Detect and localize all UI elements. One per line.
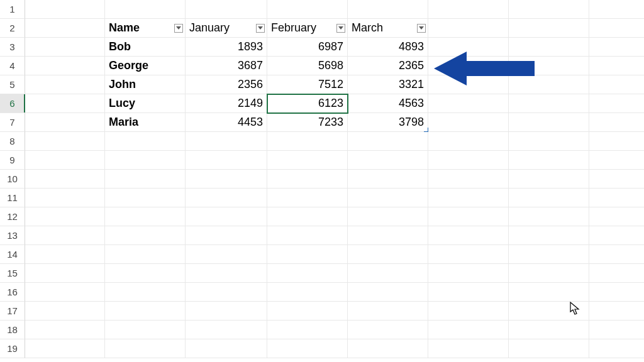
row-header[interactable]: 4 [0,57,25,75]
name-cell[interactable]: John [105,75,186,94]
data-cell[interactable]: 4563 [348,94,428,113]
cell[interactable] [348,189,428,207]
row-header[interactable]: 6 [0,94,25,113]
cell[interactable] [348,226,428,245]
cell[interactable] [105,245,186,264]
cell[interactable] [186,151,267,170]
cell[interactable] [428,94,509,113]
cell[interactable] [509,113,589,132]
cell[interactable] [186,339,267,358]
cell[interactable] [509,151,589,170]
cell[interactable] [589,38,644,57]
row-header[interactable]: 1 [0,0,25,19]
cell[interactable] [428,321,509,339]
cell[interactable] [509,170,589,189]
cell[interactable] [25,321,105,339]
name-cell[interactable]: Bob [105,38,186,57]
cell[interactable] [348,170,428,189]
cell[interactable] [509,339,589,358]
cell[interactable] [25,151,105,170]
data-cell[interactable]: 3798 [348,113,428,132]
row-header[interactable]: 7 [0,113,25,132]
cell[interactable] [105,283,186,302]
cell[interactable] [428,19,509,38]
filter-button[interactable] [336,24,345,33]
data-cell[interactable]: 2149 [186,94,267,113]
cell[interactable] [509,321,589,339]
cell[interactable] [348,264,428,283]
cell[interactable] [267,151,348,170]
cell[interactable] [267,339,348,358]
row-header[interactable]: 19 [0,339,25,358]
cell[interactable] [589,264,644,283]
cell[interactable] [105,189,186,207]
cell[interactable] [509,19,589,38]
data-cell[interactable]: 2356 [186,75,267,94]
cell[interactable] [589,226,644,245]
cell[interactable] [267,283,348,302]
data-cell[interactable]: 5698 [267,57,348,75]
cell[interactable] [589,94,644,113]
cell[interactable] [186,245,267,264]
data-cell[interactable]: 4893 [348,38,428,57]
row-header[interactable]: 5 [0,75,25,94]
row-header[interactable]: 13 [0,226,25,245]
cell[interactable] [509,245,589,264]
data-cell[interactable]: 7512 [267,75,348,94]
name-cell[interactable]: Lucy [105,94,186,113]
cell[interactable] [589,132,644,151]
cell[interactable] [186,226,267,245]
cell[interactable] [589,170,644,189]
filter-button[interactable] [174,24,183,33]
cell[interactable] [509,94,589,113]
cell[interactable] [25,283,105,302]
cell[interactable] [589,75,644,94]
cell[interactable] [428,264,509,283]
cell[interactable] [25,57,105,75]
cell[interactable] [186,0,267,19]
filter-button[interactable] [417,24,426,33]
data-cell[interactable]: 2365 [348,57,428,75]
cell[interactable] [267,132,348,151]
cell[interactable] [589,207,644,226]
cell[interactable] [428,170,509,189]
cell[interactable] [509,189,589,207]
row-header[interactable]: 8 [0,132,25,151]
table-header-name[interactable]: Name [105,19,186,38]
data-cell[interactable]: 1893 [186,38,267,57]
name-cell[interactable]: George [105,57,186,75]
cell[interactable] [25,132,105,151]
cell[interactable] [105,151,186,170]
cell[interactable] [186,132,267,151]
row-header[interactable]: 15 [0,264,25,283]
cell[interactable] [105,339,186,358]
cell[interactable] [428,151,509,170]
cell[interactable] [428,339,509,358]
cell[interactable] [589,189,644,207]
cell[interactable] [105,321,186,339]
cell[interactable] [509,0,589,19]
cell[interactable] [25,226,105,245]
cell[interactable] [105,302,186,321]
cell[interactable] [589,113,644,132]
cell[interactable] [25,94,105,113]
cell[interactable] [267,264,348,283]
cell[interactable] [348,321,428,339]
cell[interactable] [509,283,589,302]
cell[interactable] [589,19,644,38]
cell[interactable] [105,132,186,151]
cell[interactable] [428,189,509,207]
cell[interactable] [25,0,105,19]
cell[interactable] [186,264,267,283]
cell[interactable] [186,207,267,226]
cell[interactable] [186,302,267,321]
cell[interactable] [105,264,186,283]
cell[interactable] [509,226,589,245]
cell[interactable] [589,339,644,358]
cell[interactable] [25,302,105,321]
row-header[interactable]: 10 [0,170,25,189]
cell[interactable] [589,302,644,321]
row-header[interactable]: 9 [0,151,25,170]
row-header[interactable]: 12 [0,207,25,226]
cell[interactable] [25,339,105,358]
